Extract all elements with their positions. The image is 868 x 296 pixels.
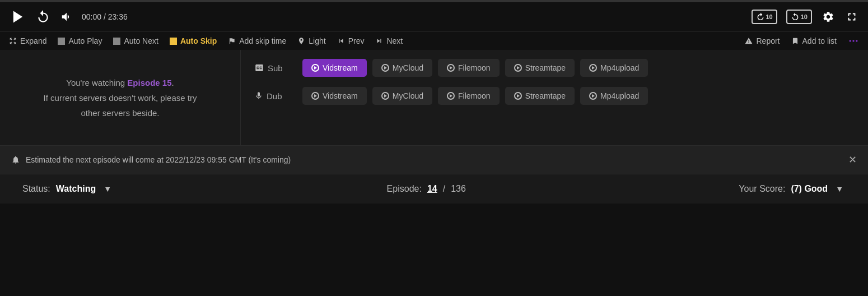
rewind10-icon [791, 12, 800, 21]
status-dropdown-button[interactable]: ▼ [101, 183, 114, 195]
status-item: Status: Watching ▼ [22, 183, 114, 195]
dub-section-label: Dub [267, 91, 282, 101]
dub-server-buttons: Vidstream MyCloud Filemoon Streamtape Mp… [302, 87, 648, 105]
dub-mp4upload-button[interactable]: Mp4upload [580, 87, 648, 105]
share-button[interactable] [848, 35, 859, 47]
fullscreen-button[interactable] [844, 10, 859, 24]
dub-label: Dub [254, 91, 293, 101]
volume-icon [60, 11, 73, 23]
sub-vidstream-button[interactable]: Vidstream [302, 59, 367, 77]
close-notification-button[interactable]: ✕ [848, 154, 857, 166]
play-circle-icon [514, 92, 522, 100]
light-label: Light [309, 36, 325, 45]
next-button[interactable]: Next [375, 36, 403, 45]
dub-filemoon-label: Filemoon [458, 91, 491, 100]
report-button[interactable]: Report [745, 36, 780, 45]
dub-streamtape-label: Streamtape [525, 91, 566, 100]
warning-icon [745, 37, 753, 45]
sub-section: Sub Vidstream MyCloud Filemoon Streamta [254, 59, 855, 77]
play-button[interactable] [9, 8, 27, 26]
dub-mycloud-button[interactable]: MyCloud [372, 87, 432, 105]
sub-mycloud-label: MyCloud [393, 63, 423, 72]
dub-streamtape-button[interactable]: Streamtape [505, 87, 575, 105]
next-icon [375, 37, 383, 45]
watching-text: You're watching [66, 78, 125, 87]
light-button[interactable]: Light [297, 36, 325, 45]
expand-button[interactable]: Expand [9, 36, 46, 45]
rewind-10-label: 10 [801, 13, 808, 20]
bookmark-icon [791, 37, 799, 45]
expand-label: Expand [20, 36, 46, 45]
add-skip-time-label: Add skip time [239, 36, 286, 45]
play-circle-icon [381, 64, 389, 72]
episode-item: Episode: 14/136 [387, 184, 466, 194]
controls-row: 00:00 / 23:36 10 10 [0, 2, 868, 31]
sub-streamtape-label: Streamtape [525, 63, 566, 72]
forward-icon [756, 12, 765, 21]
light-icon [297, 37, 305, 45]
auto-play-checkbox [58, 38, 65, 45]
episode-label: Episode: [387, 184, 422, 194]
flag-icon [228, 37, 236, 45]
prev-button[interactable]: Prev [337, 36, 365, 45]
play-circle-icon [447, 64, 455, 72]
score-label: Your Score: [739, 184, 785, 194]
mic-icon [254, 91, 263, 100]
dub-mycloud-label: MyCloud [393, 91, 423, 100]
sub-mycloud-button[interactable]: MyCloud [372, 59, 432, 77]
play-circle-icon [311, 92, 319, 100]
forward-10-label: 10 [766, 13, 773, 20]
svg-marker-0 [13, 11, 22, 23]
sub-streamtape-button[interactable]: Streamtape [505, 59, 575, 77]
rewind-10-button[interactable]: 10 [786, 10, 812, 24]
auto-skip-checkbox [170, 38, 177, 45]
score-value: (7) Good [791, 184, 828, 194]
volume-button[interactable] [59, 10, 74, 24]
rewind-button[interactable] [35, 8, 52, 25]
notification-bar: Estimated the next episode will come at … [0, 145, 868, 174]
episode-link[interactable]: Episode 15 [127, 78, 171, 87]
add-skip-time-button[interactable]: Add skip time [228, 36, 286, 45]
controls-right: 10 10 [752, 10, 860, 24]
play-circle-icon [589, 92, 597, 100]
settings-button[interactable] [821, 10, 836, 24]
fullscreen-icon [846, 11, 858, 23]
add-to-list-label: Add to list [802, 36, 837, 45]
time-current: 00:00 [82, 12, 101, 21]
next-label: Next [386, 36, 403, 45]
report-label: Report [756, 36, 780, 45]
sub-mp4upload-label: Mp4upload [600, 63, 639, 72]
desc-line3: other servers beside. [81, 108, 159, 118]
play-circle-icon [514, 64, 522, 72]
settings-icon [822, 11, 834, 23]
play-icon [10, 9, 26, 25]
auto-next-toggle[interactable]: Auto Next [113, 36, 158, 45]
auto-skip-toggle[interactable]: Auto Skip [170, 36, 217, 45]
auto-play-label: Auto Play [68, 36, 102, 45]
bell-icon [11, 155, 20, 164]
share-icon [848, 35, 859, 47]
dub-vidstream-button[interactable]: Vidstream [302, 87, 367, 105]
sub-section-label: Sub [268, 63, 283, 73]
notification-content: Estimated the next episode will come at … [11, 155, 291, 164]
toolbar-left: Expand Auto Play Auto Next Auto Skip Add… [9, 36, 403, 45]
time-total: 23:36 [108, 12, 128, 21]
sub-server-buttons: Vidstream MyCloud Filemoon Streamtape Mp… [302, 59, 648, 77]
sub-filemoon-button[interactable]: Filemoon [438, 59, 500, 77]
cc-icon [254, 63, 264, 73]
svg-point-1 [850, 40, 851, 41]
left-panel: You're watching Episode 15. If current s… [0, 50, 241, 145]
auto-play-toggle[interactable]: Auto Play [58, 36, 102, 45]
score-dropdown-button[interactable]: ▼ [833, 183, 846, 195]
toolbar-row: Expand Auto Play Auto Next Auto Skip Add… [0, 31, 868, 50]
main-content: You're watching Episode 15. If current s… [0, 50, 868, 145]
sub-mp4upload-button[interactable]: Mp4upload [580, 59, 648, 77]
dub-filemoon-button[interactable]: Filemoon [438, 87, 500, 105]
forward-10-button[interactable]: 10 [752, 10, 777, 24]
progress-bar[interactable] [0, 0, 868, 2]
toolbar-right: Report Add to list [745, 35, 859, 47]
add-to-list-button[interactable]: Add to list [791, 36, 837, 45]
status-label: Status: [22, 184, 50, 194]
status-value: Watching [56, 184, 96, 194]
sub-label: Sub [254, 63, 293, 73]
